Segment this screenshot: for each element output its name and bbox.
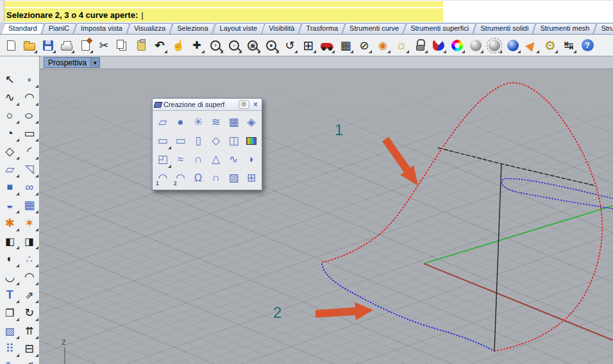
palette-title-bar[interactable]: Creazione di superf ⚙ ×	[153, 99, 262, 111]
surface-creation-palette[interactable]: Creazione di superf ⚙ × ▱ ●	[152, 98, 262, 190]
explode-tool[interactable]: ✶	[20, 214, 40, 232]
srf-drape-mesh[interactable]: ◈	[242, 113, 260, 131]
rendered-view-button[interactable]	[505, 37, 521, 54]
paste-button[interactable]	[133, 37, 149, 54]
array-tool[interactable]: ⠿	[0, 340, 20, 358]
undo-button[interactable]: ↶	[151, 37, 168, 54]
palette-close-icon[interactable]: ×	[251, 100, 260, 109]
lamp-button[interactable]: ☼	[393, 37, 410, 54]
fillet-curve-tool[interactable]: ◡	[0, 268, 20, 286]
pan-button[interactable]: ☝	[170, 37, 187, 54]
sphere-tool[interactable]: ∞	[20, 178, 40, 196]
srf-patch[interactable]: ≋	[207, 113, 225, 131]
drape[interactable]: ∩	[189, 150, 207, 169]
viewport-dropdown-arrow[interactable]: ▾	[90, 58, 99, 67]
boolean-tool[interactable]: ✱	[0, 214, 20, 232]
tab-strumenti-solidi[interactable]: Strumenti solidi	[474, 23, 534, 34]
tab-visibilita[interactable]: Visibilità	[263, 23, 300, 34]
pen-tool[interactable]: ✐	[20, 358, 40, 364]
ellipse-tool[interactable]: ○	[20, 106, 40, 124]
revolve[interactable]: Ω	[189, 169, 207, 187]
zoom-dynamic-button[interactable]: +	[207, 37, 224, 54]
curve-network[interactable]: ⊞	[242, 169, 260, 187]
paint-tool[interactable]: ✎	[0, 358, 20, 364]
text-tool[interactable]: T	[0, 286, 20, 304]
rectangle-tool[interactable]: ▭	[20, 124, 40, 142]
plane-vertical[interactable]: ▯	[189, 131, 207, 150]
tab-strumenti-superfici[interactable]: Strumenti superfici	[405, 23, 474, 34]
undo-view-button[interactable]: ↺	[281, 37, 298, 54]
car-button[interactable]	[319, 37, 335, 54]
tab-seleziona[interactable]: Seleziona	[171, 23, 214, 34]
extrude-straight[interactable]: ◰	[154, 150, 172, 169]
cut-button[interactable]: ✂	[96, 37, 112, 54]
black-edge-top[interactable]	[438, 148, 595, 186]
copy-button[interactable]	[114, 37, 131, 54]
circle-tool[interactable]: ○	[0, 106, 20, 124]
curve-cv-tool[interactable]: ∿	[0, 88, 20, 106]
srf-extrude[interactable]: ✳	[189, 113, 207, 131]
print-button[interactable]	[58, 37, 75, 54]
sweep-1[interactable]: ∿	[225, 150, 243, 169]
palette-gear-icon[interactable]: ⚙	[239, 100, 249, 109]
zoom-selected-button[interactable]: ●	[263, 37, 280, 54]
point-set-tool[interactable]: ∴	[20, 250, 40, 268]
ghosted-view-button[interactable]	[486, 37, 503, 54]
tab-layout-viste[interactable]: Layout viste	[214, 23, 264, 34]
circle-center-button[interactable]: ⊘	[356, 37, 373, 54]
plane-corners[interactable]: ▭	[154, 131, 172, 150]
tab-pianic[interactable]: PianiC	[43, 23, 75, 34]
rail-revolve[interactable]: ∩	[207, 169, 225, 187]
extrude-to-point[interactable]: △	[207, 150, 225, 169]
lock-button[interactable]	[412, 37, 428, 54]
srf-network-mouse[interactable]: ◗	[242, 150, 260, 169]
command-history-panel[interactable]: Selezionare 2, 3 o 4 curve aperte: |	[4, 1, 613, 22]
cylinder-tool[interactable]: ◒	[0, 196, 20, 214]
cone-render-button[interactable]	[523, 37, 540, 54]
rotate-tool[interactable]: ↻	[20, 304, 40, 322]
plane-through-pts[interactable]: ◇	[207, 131, 225, 150]
zoom-window-button[interactable]: ▫	[226, 37, 242, 54]
surface-points-tool[interactable]: ▱	[0, 160, 20, 178]
sweep-2-rails[interactable]: ◠ 2	[172, 169, 190, 187]
array-linear-tool[interactable]: ⊟	[20, 340, 40, 358]
blue-edge-sliver[interactable]	[502, 179, 613, 210]
point-tool[interactable]: ∘	[20, 70, 40, 88]
split-tool[interactable]: ◨	[20, 232, 40, 250]
trim-tool[interactable]: ◧	[0, 232, 20, 250]
srf-planar-curves[interactable]: ●	[172, 113, 190, 131]
selection-filter-button[interactable]: ◉	[374, 37, 391, 54]
tab-strumenti-truncated[interactable]: Strument	[595, 23, 613, 34]
tab-strumenti-mesh[interactable]: Strumenti mesh	[534, 23, 595, 34]
surface-sweep-tool[interactable]: ◹	[20, 160, 40, 178]
new-file-button[interactable]	[3, 37, 19, 54]
pointer-tool[interactable]: ↖	[0, 70, 20, 88]
orbit-button[interactable]: ✚	[189, 37, 205, 54]
tab-visualizza[interactable]: Visualizza	[128, 23, 171, 34]
tab-imposta-vista[interactable]: Imposta vista	[75, 23, 128, 34]
black-edge-vertical[interactable]	[494, 164, 501, 351]
viewport-tab-prospettiva[interactable]: Prospettiva ▾	[44, 57, 100, 68]
options-button[interactable]: ⚙	[542, 37, 558, 54]
tab-strumenti-curve[interactable]: Strumenti curve	[344, 23, 405, 34]
command-prompt-line[interactable]: Selezionare 2, 3 o 4 curve aperte: |	[4, 8, 443, 22]
tab-trasforma[interactable]: Trasforma	[300, 23, 344, 34]
solid-edit-tool[interactable]: ▧	[0, 322, 20, 340]
plane-3pt[interactable]: ▭	[172, 131, 190, 150]
srf-corner-points[interactable]: ▱	[154, 113, 172, 131]
cplane-button[interactable]: ▦	[337, 37, 354, 54]
save-button[interactable]	[40, 37, 56, 54]
extend-curve-tool[interactable]: ◠	[20, 268, 40, 286]
tab-standard[interactable]: Standard	[3, 23, 43, 34]
normals-tool[interactable]: ⇈	[20, 322, 40, 340]
srf-edge-curves[interactable]: ▦	[225, 113, 243, 131]
loft[interactable]: ≈	[172, 150, 190, 169]
shaded-view-button[interactable]	[467, 37, 484, 54]
export-annotate-button[interactable]	[77, 37, 94, 54]
color-wheel-button[interactable]	[449, 37, 466, 54]
material-wedge-button[interactable]	[430, 37, 447, 54]
viewport-layout-button[interactable]: ⊞	[300, 37, 317, 54]
zoom-extents-button[interactable]: ▣	[244, 37, 261, 54]
perspective-viewport[interactable]: 1 2 z Creazione di superf ⚙ × ▱	[40, 69, 613, 364]
picture-frame[interactable]	[242, 131, 260, 150]
